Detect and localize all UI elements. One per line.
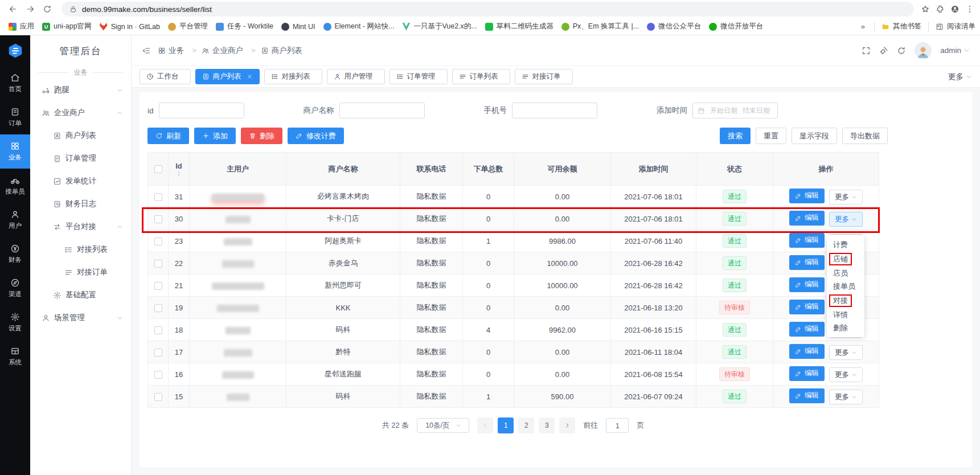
export-button[interactable]: 导出数据 — [842, 128, 888, 144]
tab[interactable]: 订单列表 — [452, 69, 510, 84]
fullscreen-icon[interactable] — [862, 46, 871, 55]
edit-button[interactable]: 编辑 — [789, 233, 825, 248]
merchant-name-input[interactable] — [339, 103, 425, 118]
bookmark[interactable]: 微信公众平台 — [643, 20, 705, 33]
profile-icon[interactable] — [950, 5, 960, 14]
sidebar-menu-item[interactable]: 对接订单 — [30, 261, 131, 284]
tab[interactable]: 商户列表 — [195, 69, 260, 84]
row-checkbox[interactable] — [154, 371, 162, 379]
bookmark[interactable]: 平台管理 — [164, 20, 212, 33]
dropdown-menu-item[interactable]: 计费 — [827, 238, 864, 251]
bookmark[interactable]: Px、Em 换算工具 |... — [557, 20, 643, 33]
dropdown-menu-item[interactable]: 接单员 — [827, 280, 864, 293]
sidebar-menu-item[interactable]: 对接列表 — [30, 238, 131, 261]
rail-item[interactable]: 设置 — [0, 305, 30, 339]
rail-item[interactable]: 首页 — [0, 66, 30, 100]
tabs-more-button[interactable]: 更多 — [948, 72, 972, 82]
dropdown-menu-item[interactable]: 对接 — [827, 293, 864, 308]
sort-icon[interactable] — [176, 171, 182, 177]
page-button[interactable]: 1 — [498, 417, 514, 433]
edit-button[interactable]: 编辑 — [789, 255, 825, 270]
sidebar-menu-item[interactable]: 平台对接 — [30, 215, 131, 238]
row-checkbox[interactable] — [154, 304, 162, 312]
rail-item[interactable]: 系统 — [0, 339, 30, 374]
row-checkbox[interactable] — [154, 215, 162, 223]
avatar[interactable] — [915, 42, 932, 59]
more-button[interactable]: 更多 — [829, 190, 863, 204]
bookmark[interactable]: 草料二维码生成器 — [481, 20, 557, 33]
menu-fold-icon[interactable] — [142, 46, 151, 55]
reading-list[interactable]: 阅读清单 — [936, 22, 975, 31]
bookmark[interactable]: 任务 - Worktile — [212, 20, 277, 33]
forward-icon[interactable] — [23, 2, 38, 17]
edit-button[interactable]: 编辑 — [789, 366, 825, 381]
dropdown-menu-item[interactable]: 店铺 — [827, 251, 864, 267]
rail-item[interactable]: 订单 — [0, 100, 30, 134]
phone-input[interactable] — [512, 103, 597, 118]
sidebar-menu-item[interactable]: 场景管理 — [30, 306, 131, 329]
broom-icon[interactable] — [879, 46, 888, 55]
row-checkbox[interactable] — [154, 238, 162, 245]
sidebar-menu-item[interactable]: 跑腿 — [30, 79, 131, 101]
row-checkbox[interactable] — [154, 349, 162, 357]
bookmark[interactable]: Sign in · GitLab — [96, 21, 164, 32]
edit-button[interactable]: 编辑 — [789, 189, 825, 203]
select-all-checkbox[interactable] — [154, 165, 162, 173]
edit-button[interactable]: 编辑 — [789, 322, 825, 337]
more-button[interactable]: 更多 — [829, 345, 863, 360]
id-input[interactable] — [159, 103, 244, 118]
add-button[interactable]: 添加 — [194, 128, 236, 144]
page-size-select[interactable]: 10条/页 — [417, 418, 469, 433]
sidebar-menu-item[interactable]: 基础配置 — [30, 284, 131, 306]
bookmarks-overflow-chevron[interactable]: » — [859, 22, 867, 31]
bookmark[interactable]: 一只基于Vue2.x的... — [398, 20, 481, 33]
rail-item[interactable]: 财务 — [0, 237, 30, 271]
breadcrumb-item[interactable]: 业务 > — [158, 46, 202, 56]
goto-page-input[interactable] — [606, 418, 629, 433]
back-icon[interactable] — [6, 2, 20, 17]
reset-button[interactable]: 重置 — [756, 128, 786, 144]
edit-button[interactable]: 编辑 — [789, 388, 825, 403]
delete-button[interactable]: 删除 — [241, 128, 282, 144]
bookmark[interactable]: Mint UI — [277, 21, 319, 32]
close-icon[interactable] — [247, 73, 253, 80]
edit-button[interactable]: 编辑 — [789, 300, 825, 314]
bookmark[interactable]: Element - 网站快... — [319, 20, 399, 33]
sidebar-menu-item[interactable]: 订单管理 — [30, 147, 131, 170]
row-checkbox[interactable] — [154, 393, 162, 401]
menu-dots-icon[interactable] — [965, 5, 974, 14]
rail-item[interactable]: 业务 — [0, 134, 30, 169]
tab[interactable]: 订单管理 — [389, 69, 448, 84]
page-button[interactable]: 3 — [539, 417, 555, 433]
row-checkbox[interactable] — [154, 282, 162, 290]
row-checkbox[interactable] — [154, 193, 162, 201]
dropdown-menu-item[interactable]: 删除 — [827, 321, 864, 334]
bookmark[interactable]: 应用 — [5, 20, 38, 33]
row-checkbox[interactable] — [154, 326, 162, 334]
bookmark[interactable]: U uni-app官网 — [38, 20, 96, 33]
dropdown-menu-item[interactable]: 店员 — [827, 267, 864, 280]
search-button[interactable]: 搜索 — [720, 128, 751, 144]
more-button[interactable]: 更多 — [829, 212, 863, 227]
rail-item[interactable]: 接单员 — [0, 169, 30, 203]
refresh-icon[interactable] — [897, 46, 906, 55]
rail-item[interactable]: 用户 — [0, 203, 30, 237]
other-bookmarks[interactable]: 其他书签 — [881, 22, 921, 31]
url-bar[interactable]: demo.99make.com/business/seller/list — [61, 2, 914, 17]
tab[interactable]: 对接列表 — [264, 69, 322, 84]
sidebar-menu-item[interactable]: 企业商户 — [30, 101, 131, 124]
breadcrumb-item[interactable]: 商户列表 — [261, 46, 315, 56]
sidebar-menu-item[interactable]: 财务日志 — [30, 193, 131, 215]
bookmark[interactable]: 微信开放平台 — [705, 20, 767, 33]
edit-billing-button[interactable]: 修改计费 — [288, 128, 344, 144]
page-button[interactable]: 2 — [518, 417, 534, 433]
next-page-icon[interactable] — [559, 417, 575, 433]
user-menu[interactable]: admin — [940, 46, 970, 55]
sidebar-menu-item[interactable]: 发单统计 — [30, 170, 131, 193]
refresh-button[interactable]: 刷新 — [147, 128, 189, 144]
edit-button[interactable]: 编辑 — [789, 277, 825, 292]
more-button[interactable]: 更多 — [829, 390, 863, 404]
more-button[interactable]: 更多 — [829, 367, 863, 382]
edit-button[interactable]: 编辑 — [789, 211, 825, 226]
tab[interactable]: 用户管理 — [327, 69, 385, 84]
